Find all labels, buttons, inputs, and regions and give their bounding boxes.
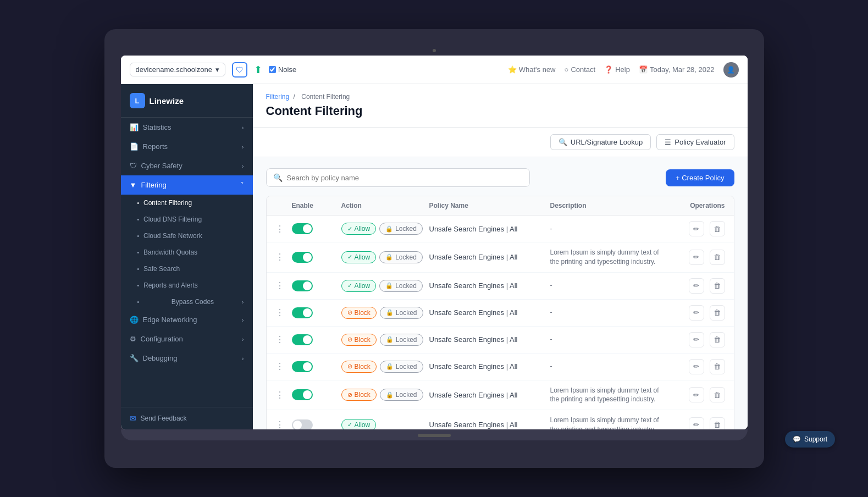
url-lookup-btn[interactable]: 🔍 URL/Signature Lookup: [550, 134, 651, 150]
policy-evaluator-btn[interactable]: ☰ Policy Evaluator: [656, 134, 734, 150]
contact-btn[interactable]: ○ Contact: [565, 65, 596, 74]
enable-toggle[interactable]: [292, 389, 313, 400]
table-area: 🔍 + Create Policy Enable Action Policy: [253, 157, 748, 429]
top-bar-right: ⭐ What's new ○ Contact ❓ Help 📅 Today, M…: [508, 62, 739, 78]
table-row: ⋮ ⊘ Block 🔒 Locked Unsafe Search Engines…: [267, 354, 734, 380]
table-row: ⋮ ⊘ Block 🔒 Locked Unsafe Search Engines…: [267, 327, 734, 354]
dots-menu[interactable]: ⋮: [275, 334, 292, 345]
policy-name-cell: Unsafe Search Engines | All: [429, 308, 550, 317]
sidebar-sub-cloud-safe[interactable]: Cloud Safe Network: [121, 228, 253, 244]
sidebar-item-filtering[interactable]: ▼ Filtering ˅: [121, 175, 253, 195]
sidebar-sub-bandwidth[interactable]: Bandwidth Quotas: [121, 244, 253, 261]
sidebar-item-debugging[interactable]: 🔧 Debugging ›: [121, 349, 253, 368]
locked-badge: 🔒 Locked: [380, 334, 423, 346]
action-cell: ⊘ Block 🔒 Locked: [341, 361, 429, 373]
sidebar-sub-reports-alerts[interactable]: Reports and Alerts: [121, 277, 253, 294]
enable-toggle[interactable]: [292, 361, 313, 372]
delete-btn[interactable]: 🗑: [710, 359, 725, 374]
upload-icon[interactable]: ⬆: [254, 64, 262, 76]
shield-icon: 🛡: [130, 162, 137, 170]
sidebar-item-edge-networking[interactable]: 🌐 Edge Networking ›: [121, 310, 253, 329]
chevron-right-icon: ›: [242, 317, 244, 323]
breadcrumb-parent[interactable]: Filtering: [266, 93, 290, 101]
description-cell: -: [550, 362, 665, 371]
sidebar-sub-cloud-dns[interactable]: Cloud DNS Filtering: [121, 211, 253, 228]
delete-btn[interactable]: 🗑: [710, 387, 725, 402]
edit-btn[interactable]: ✏: [689, 332, 704, 347]
chevron-right-icon: ›: [242, 143, 244, 150]
shield-icon-btn[interactable]: 🛡: [232, 62, 247, 78]
action-cell: ✓ Allow 🔒 Locked: [341, 251, 429, 263]
delete-btn[interactable]: 🗑: [710, 278, 725, 294]
check-icon: ✓: [347, 225, 352, 233]
search-box[interactable]: 🔍: [266, 168, 530, 187]
edit-btn[interactable]: ✏: [689, 387, 704, 402]
enable-toggle[interactable]: [292, 334, 313, 345]
operations-cell: ✏ 🗑: [665, 305, 725, 321]
locked-badge: 🔒 Locked: [379, 251, 423, 263]
delete-btn[interactable]: 🗑: [710, 332, 725, 347]
search-input[interactable]: [287, 174, 523, 182]
toggle-cell: [292, 361, 341, 372]
table-body: ⋮ ✓ Allow 🔒 Locked Unsafe Search Engines…: [267, 216, 734, 429]
noise-checkbox[interactable]: Noise: [269, 65, 296, 74]
dots-menu[interactable]: ⋮: [275, 419, 292, 429]
action-cell: ⊘ Block 🔒 Locked: [341, 334, 429, 346]
sidebar-sub-content-filtering[interactable]: Content Filtering: [121, 195, 253, 211]
dots-menu[interactable]: ⋮: [275, 280, 292, 291]
enable-toggle[interactable]: [292, 280, 313, 291]
edit-btn[interactable]: ✏: [689, 359, 704, 374]
support-btn[interactable]: 💬 Support: [785, 431, 835, 448]
table-row: ⋮ ✓ Allow 🔒 Locked Unsafe Search Engines…: [267, 273, 734, 300]
help-btn[interactable]: ❓ Help: [604, 65, 630, 74]
dots-menu[interactable]: ⋮: [275, 390, 292, 400]
content-area: Filtering / Content Filtering Content Fi…: [253, 84, 748, 429]
chevron-right-icon: ›: [242, 299, 244, 305]
noise-check[interactable]: [269, 66, 276, 73]
policy-name-cell: Unsafe Search Engines | All: [429, 253, 550, 261]
lock-icon: 🔒: [386, 391, 394, 399]
whats-new-btn[interactable]: ⭐ What's new: [508, 65, 556, 74]
dots-menu[interactable]: ⋮: [275, 307, 292, 318]
debug-icon: 🔧: [130, 354, 139, 362]
dots-menu[interactable]: ⋮: [275, 224, 292, 234]
device-selector[interactable]: devicename.schoolzone ▾: [130, 63, 225, 76]
device-name: devicename.schoolzone: [136, 65, 212, 74]
operations-cell: ✏ 🗑: [665, 387, 725, 402]
delete-btn[interactable]: 🗑: [710, 417, 725, 429]
locked-badge: 🔒 Locked: [380, 307, 423, 319]
action-cell: ⊘ Block 🔒 Locked: [341, 389, 429, 401]
enable-toggle[interactable]: [292, 419, 313, 429]
delete-btn[interactable]: 🗑: [710, 250, 725, 265]
create-policy-btn[interactable]: + Create Policy: [666, 169, 734, 186]
lock-icon: 🔒: [386, 363, 394, 370]
edit-btn[interactable]: ✏: [689, 221, 704, 236]
enable-toggle[interactable]: [292, 223, 313, 234]
sidebar-item-configuration[interactable]: ⚙ Configuration ›: [121, 329, 253, 349]
sidebar-sub-bypass-codes[interactable]: Bypass Codes ›: [121, 294, 253, 310]
policy-name-cell: Unsafe Search Engines | All: [429, 421, 550, 429]
col-description: Description: [550, 202, 665, 209]
edit-btn[interactable]: ✏: [689, 250, 704, 265]
delete-btn[interactable]: 🗑: [710, 305, 725, 321]
dots-menu[interactable]: ⋮: [275, 361, 292, 372]
edit-btn[interactable]: ✏: [689, 417, 704, 429]
delete-btn[interactable]: 🗑: [710, 221, 725, 236]
edit-btn[interactable]: ✏: [689, 278, 704, 294]
sidebar-item-cyber-safety[interactable]: 🛡 Cyber Safety ›: [121, 156, 253, 175]
date-display: 📅 Today, Mar 28, 2022: [639, 65, 715, 74]
avatar[interactable]: 👤: [723, 62, 739, 78]
sidebar-item-statistics[interactable]: 📊 Statistics ›: [121, 118, 253, 137]
sidebar-sub-safe-search[interactable]: Safe Search: [121, 261, 253, 277]
dots-menu[interactable]: ⋮: [275, 252, 292, 262]
send-feedback-btn[interactable]: ✉ Send Feedback: [121, 407, 253, 429]
calendar-icon: 📅: [639, 65, 648, 74]
sidebar-item-reports[interactable]: 📄 Reports ›: [121, 137, 253, 156]
star-icon: ⭐: [508, 65, 517, 74]
enable-toggle[interactable]: [292, 252, 313, 263]
lock-icon: 🔒: [386, 309, 394, 316]
col-policy-name: Policy Name: [429, 202, 550, 209]
edit-btn[interactable]: ✏: [689, 305, 704, 321]
enable-toggle[interactable]: [292, 307, 313, 318]
chevron-right-icon: ›: [242, 336, 244, 343]
